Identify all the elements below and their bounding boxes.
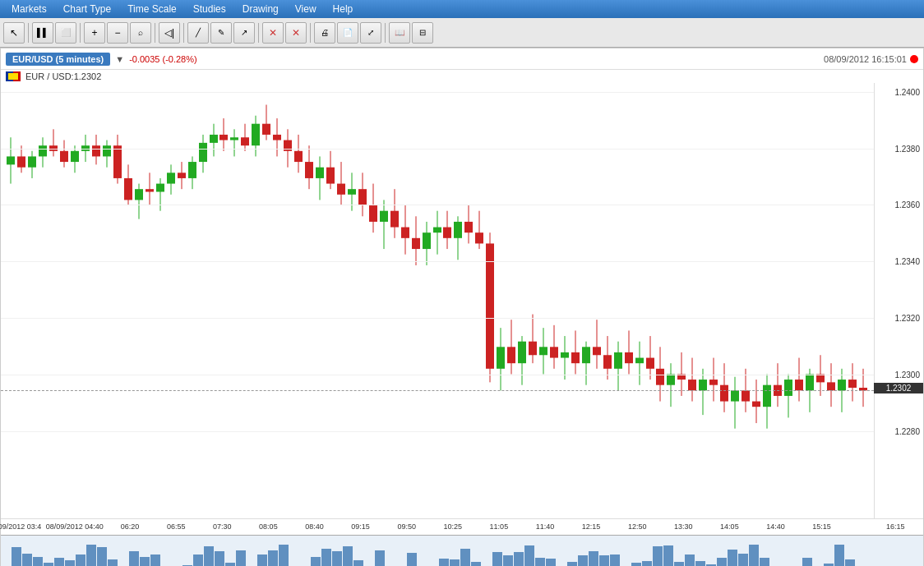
menu-help[interactable]: Help [325, 2, 362, 16]
menu-studies[interactable]: Studies [185, 2, 234, 16]
separator-5 [258, 23, 259, 43]
chart-area[interactable]: 1.2400 1.2380 1.2360 1.2340 1.2320 1.230… [1, 83, 923, 518]
delete-button[interactable]: ✕ [285, 22, 307, 44]
chart-header: EUR/USD (5 minutes) ▼ -0.0035 (-0.28%) 0… [1, 48, 923, 70]
zoom-out-button[interactable]: − [107, 22, 128, 44]
menubar: Markets Chart Type Time Scale Studies Dr… [0, 0, 924, 18]
arrow-button[interactable]: ↗ [233, 22, 255, 44]
menu-markets[interactable]: Markets [3, 2, 55, 16]
separator-7 [385, 23, 386, 43]
chart-container: EUR/USD (5 minutes) ▼ -0.0035 (-0.28%) 0… [0, 48, 924, 566]
scroll-left-button[interactable]: ◁| [159, 22, 180, 44]
gridline-1236 [1, 205, 874, 205]
price-label-row: EUR / USD:1.2302 [1, 70, 923, 83]
time-label-11: 11:40 [536, 522, 555, 531]
price-level-1232: 1.2320 [894, 314, 920, 323]
volume-area [1, 535, 923, 566]
time-label-8: 09:50 [397, 522, 416, 531]
datetime-label: 08/09/2012 16:15:01 [824, 54, 907, 64]
menu-drawing[interactable]: Drawing [234, 2, 287, 16]
time-label-9: 10:25 [444, 522, 463, 531]
time-label-6: 08:40 [305, 522, 324, 531]
time-label-5: 08:05 [259, 522, 278, 531]
time-label-18: 16:15 [886, 522, 905, 531]
separator-3 [155, 23, 155, 43]
snapshot-button[interactable]: 📄 [337, 22, 358, 44]
candle-chart-button[interactable]: ⬜ [55, 22, 76, 44]
gridline-1232 [1, 318, 874, 319]
draw-line-button[interactable]: ╱ [187, 22, 209, 44]
draw-pencil-button[interactable]: ✎ [210, 22, 232, 44]
flag-icon [6, 71, 21, 81]
time-label-2: 06:20 [121, 522, 140, 531]
time-axis: 08/09/2012 03:4 08/09/2012 04:40 06:20 0… [1, 518, 923, 535]
separator-4 [183, 23, 184, 43]
bar-chart-button[interactable]: ▌▌ [32, 22, 53, 44]
current-price-marker: 1.2302 [874, 383, 923, 393]
time-label-10: 11:05 [490, 522, 509, 531]
time-label-3: 06:55 [167, 522, 186, 531]
time-label-17: 15:15 [812, 522, 831, 531]
menu-view[interactable]: View [287, 2, 325, 16]
change-text: -0.0035 (-0.28%) [129, 54, 197, 64]
gridline-1238 [1, 149, 874, 150]
time-label-14: 13:30 [674, 522, 693, 531]
gridline-1240 [1, 92, 874, 93]
volume-canvas [1, 536, 874, 566]
price-level-1236: 1.2360 [894, 200, 920, 209]
price-level-1234: 1.2340 [894, 257, 920, 266]
separator-6 [310, 23, 311, 43]
menu-time-scale[interactable]: Time Scale [119, 2, 185, 16]
gridline-1230 [1, 375, 874, 375]
chart-header-left: EUR/USD (5 minutes) ▼ -0.0035 (-0.28%) [6, 53, 197, 66]
menu-chart-type[interactable]: Chart Type [55, 2, 119, 16]
toolbar: ↖ ▌▌ ⬜ + − ⌕ ◁| ╱ ✎ ↗ ✕ ✕ 🖨 📄 ⤢ 📖 ⊟ [0, 18, 924, 48]
gridline-1228 [1, 431, 874, 432]
time-label-7: 09:15 [351, 522, 370, 531]
live-indicator [910, 55, 918, 63]
pointer-tool-button[interactable]: ↖ [3, 22, 25, 44]
time-label-0: 08/09/2012 03:4 [0, 522, 41, 531]
price-level-1238: 1.2380 [894, 144, 920, 153]
price-level-1240: 1.2400 [894, 87, 920, 96]
time-label-15: 14:05 [720, 522, 739, 531]
gridline-1234 [1, 261, 874, 262]
separator-2 [80, 23, 81, 43]
price-display: EUR / USD:1.2302 [25, 71, 101, 81]
magnify-button[interactable]: ⌕ [130, 22, 151, 44]
expand-button[interactable]: ⤢ [360, 22, 381, 44]
symbol-badge[interactable]: EUR/USD (5 minutes) [6, 53, 110, 66]
time-label-16: 14:40 [766, 522, 785, 531]
crosshair-button[interactable]: ✕ [262, 22, 284, 44]
time-label-12: 12:15 [582, 522, 601, 531]
price-level-1230: 1.2300 [894, 370, 920, 380]
time-label-4: 07:30 [213, 522, 232, 531]
time-label-13: 12:50 [628, 522, 647, 531]
price-level-1228: 1.2280 [894, 427, 920, 436]
table-button[interactable]: ⊟ [412, 22, 433, 44]
zoom-in-button[interactable]: + [84, 22, 105, 44]
book-button[interactable]: 📖 [389, 22, 410, 44]
chart-header-right: 08/09/2012 16:15:01 [824, 54, 918, 64]
print-button[interactable]: 🖨 [314, 22, 335, 44]
separator-1 [28, 23, 29, 43]
svg-rect-2 [8, 73, 18, 80]
time-label-1: 08/09/2012 04:40 [46, 522, 104, 531]
price-axis: 1.2400 1.2380 1.2360 1.2340 1.2320 1.230… [874, 83, 923, 518]
